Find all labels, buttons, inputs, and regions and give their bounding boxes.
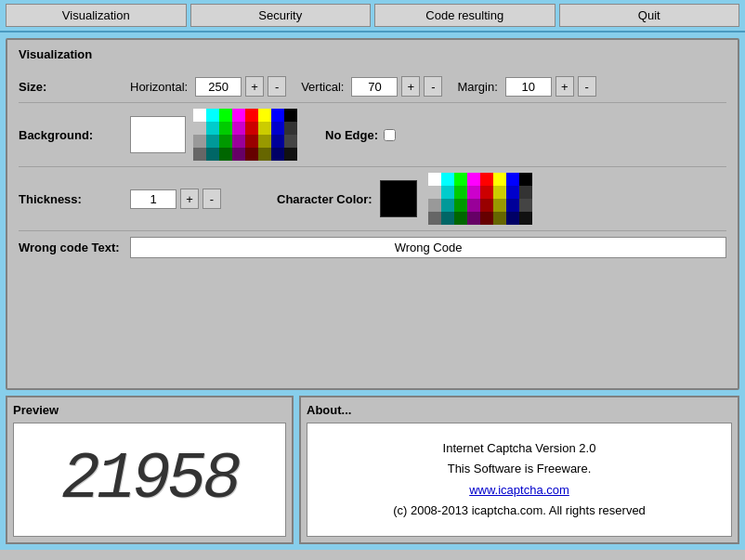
about-line3: (c) 2008-2013 icaptcha.com. All rights r… bbox=[393, 501, 646, 521]
thickness-plus-btn[interactable]: + bbox=[180, 189, 199, 209]
color-cell[interactable] bbox=[506, 212, 519, 225]
color-cell[interactable] bbox=[232, 135, 245, 148]
color-cell[interactable] bbox=[271, 148, 284, 161]
background-color-swatch[interactable] bbox=[130, 116, 186, 153]
color-cell[interactable] bbox=[441, 212, 454, 225]
horizontal-plus-btn[interactable]: + bbox=[245, 76, 264, 97]
horizontal-minus-btn[interactable]: - bbox=[268, 76, 286, 97]
wrong-code-input[interactable] bbox=[130, 237, 726, 258]
color-cell[interactable] bbox=[284, 148, 297, 161]
color-cell[interactable] bbox=[480, 173, 493, 186]
color-cell[interactable] bbox=[193, 122, 206, 135]
color-cell[interactable] bbox=[441, 173, 454, 186]
color-cell[interactable] bbox=[493, 186, 506, 199]
color-cell[interactable] bbox=[467, 186, 480, 199]
color-cell[interactable] bbox=[271, 122, 284, 135]
color-cell[interactable] bbox=[519, 173, 532, 186]
color-cell[interactable] bbox=[258, 122, 271, 135]
size-row: Size: Horizontal: + - Vertical: + - Marg… bbox=[19, 71, 726, 103]
color-cell[interactable] bbox=[206, 148, 219, 161]
color-cell[interactable] bbox=[271, 109, 284, 122]
thickness-label: Thickness: bbox=[19, 192, 130, 206]
preview-panel: Preview 21958 bbox=[6, 396, 294, 544]
color-cell[interactable] bbox=[258, 135, 271, 148]
color-cell[interactable] bbox=[284, 135, 297, 148]
color-cell[interactable] bbox=[467, 173, 480, 186]
color-cell[interactable] bbox=[480, 186, 493, 199]
thickness-row: Thickness: + - Character Color: bbox=[19, 167, 726, 231]
color-cell[interactable] bbox=[219, 135, 232, 148]
color-cell[interactable] bbox=[519, 199, 532, 212]
color-cell[interactable] bbox=[271, 135, 284, 148]
color-cell[interactable] bbox=[467, 212, 480, 225]
thickness-input[interactable] bbox=[130, 189, 176, 209]
color-cell[interactable] bbox=[493, 199, 506, 212]
color-cell[interactable] bbox=[219, 148, 232, 161]
preview-captcha: 21958 bbox=[13, 423, 286, 537]
char-color-palette bbox=[428, 173, 532, 225]
color-cell[interactable] bbox=[245, 135, 258, 148]
color-cell[interactable] bbox=[219, 122, 232, 135]
color-cell[interactable] bbox=[428, 212, 441, 225]
about-link[interactable]: www.icaptcha.com bbox=[469, 480, 569, 501]
color-cell[interactable] bbox=[258, 148, 271, 161]
color-cell[interactable] bbox=[428, 199, 441, 212]
color-cell[interactable] bbox=[454, 173, 467, 186]
color-cell[interactable] bbox=[519, 186, 532, 199]
tab-visualization[interactable]: Visualization bbox=[6, 4, 187, 27]
vertical-minus-btn[interactable]: - bbox=[424, 76, 442, 97]
color-cell[interactable] bbox=[441, 186, 454, 199]
color-cell[interactable] bbox=[454, 212, 467, 225]
preview-title: Preview bbox=[13, 403, 286, 417]
color-cell[interactable] bbox=[232, 109, 245, 122]
color-cell[interactable] bbox=[480, 212, 493, 225]
tab-code-resulting[interactable]: Code resulting bbox=[374, 4, 555, 27]
color-cell[interactable] bbox=[232, 148, 245, 161]
char-color-swatch[interactable] bbox=[380, 180, 417, 217]
color-cell[interactable] bbox=[206, 135, 219, 148]
color-cell[interactable] bbox=[206, 109, 219, 122]
color-cell[interactable] bbox=[506, 186, 519, 199]
color-cell[interactable] bbox=[258, 109, 271, 122]
color-cell[interactable] bbox=[480, 199, 493, 212]
vertical-input[interactable] bbox=[351, 77, 398, 97]
margin-plus-btn[interactable]: + bbox=[555, 76, 574, 97]
thickness-minus-btn[interactable]: - bbox=[203, 189, 221, 209]
color-cell[interactable] bbox=[193, 109, 206, 122]
color-cell[interactable] bbox=[193, 148, 206, 161]
about-panel: About... Internet Captcha Version 2.0 Th… bbox=[299, 396, 739, 544]
size-group: Horizontal: + - Vertical: + - Margin: + … bbox=[130, 76, 596, 97]
margin-minus-btn[interactable]: - bbox=[578, 76, 596, 97]
color-cell[interactable] bbox=[284, 109, 297, 122]
color-cell[interactable] bbox=[506, 199, 519, 212]
tab-security[interactable]: Security bbox=[190, 4, 372, 27]
horizontal-label: Horizontal: bbox=[130, 80, 188, 94]
background-color-palette bbox=[193, 109, 297, 161]
color-cell[interactable] bbox=[493, 212, 506, 225]
margin-input[interactable] bbox=[505, 77, 552, 97]
color-cell[interactable] bbox=[454, 199, 467, 212]
color-cell[interactable] bbox=[245, 109, 258, 122]
color-cell[interactable] bbox=[206, 122, 219, 135]
color-cell[interactable] bbox=[467, 199, 480, 212]
color-cell[interactable] bbox=[245, 148, 258, 161]
color-cell[interactable] bbox=[519, 212, 532, 225]
wrong-code-row: Wrong code Text: bbox=[19, 231, 726, 264]
vertical-plus-btn[interactable]: + bbox=[401, 76, 420, 97]
color-cell[interactable] bbox=[245, 122, 258, 135]
color-cell[interactable] bbox=[428, 173, 441, 186]
wrong-code-label: Wrong code Text: bbox=[19, 241, 130, 254]
color-cell[interactable] bbox=[493, 173, 506, 186]
no-edge-checkbox[interactable] bbox=[384, 129, 396, 141]
main-area: Visualization Size: Horizontal: + - Vert… bbox=[0, 33, 745, 550]
tab-quit[interactable]: Quit bbox=[559, 4, 740, 27]
color-cell[interactable] bbox=[428, 186, 441, 199]
color-cell[interactable] bbox=[232, 122, 245, 135]
color-cell[interactable] bbox=[193, 135, 206, 148]
color-cell[interactable] bbox=[284, 122, 297, 135]
color-cell[interactable] bbox=[219, 109, 232, 122]
color-cell[interactable] bbox=[454, 186, 467, 199]
color-cell[interactable] bbox=[441, 199, 454, 212]
color-cell[interactable] bbox=[506, 173, 519, 186]
horizontal-input[interactable] bbox=[195, 77, 242, 97]
